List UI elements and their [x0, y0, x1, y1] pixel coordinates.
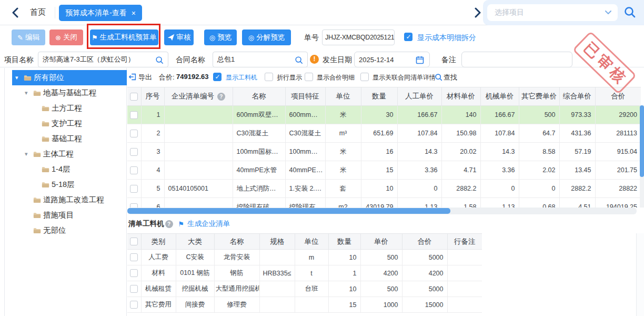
search-icon[interactable] — [295, 56, 303, 64]
table-row[interactable]: 6挖除现有破…挖除现有…m243019.791.131.581.130.684.… — [127, 198, 641, 208]
row-checkbox[interactable] — [130, 148, 138, 156]
row-checkbox[interactable] — [130, 253, 138, 261]
audit-button[interactable]: 审核 — [164, 29, 194, 45]
cell: 651.69 — [361, 124, 397, 143]
cell: 5000 — [402, 281, 447, 297]
calendar-icon[interactable] — [416, 56, 424, 64]
row-checkbox[interactable] — [130, 185, 138, 193]
tree-item[interactable]: ▾1-4层 — [5, 162, 126, 177]
row-checkbox[interactable] — [130, 269, 138, 277]
cell: 64.7 — [519, 124, 559, 143]
tree-item[interactable]: ▾基础工程 — [5, 131, 126, 146]
bottom-panel-title: 清单工料机 — [128, 219, 164, 229]
table-row[interactable]: 505140105001地上式消防…1.安装 2.…套1002882.20028… — [127, 180, 641, 198]
tree-item[interactable]: ▾地基与基础工程 — [5, 85, 126, 101]
select-all-checkbox[interactable] — [130, 93, 138, 101]
select-all-checkbox[interactable] — [130, 238, 138, 245]
vertical-scrollbar-thumb[interactable] — [640, 105, 644, 177]
edit-button[interactable]: ✎编辑 — [12, 29, 45, 45]
tree-item-label: 基础工程 — [52, 134, 82, 144]
date-input[interactable]: 2025-12-14 — [354, 52, 430, 67]
table-row[interactable]: 其它费用间接费修理费15100015000 — [127, 297, 482, 313]
find-label[interactable]: 查找 — [444, 73, 457, 82]
remark-input[interactable] — [461, 52, 572, 67]
cell: 4200 — [402, 265, 447, 281]
remark-label: 备注 — [441, 55, 456, 65]
cell: 0 — [397, 180, 441, 198]
cell: 915.04 — [595, 143, 641, 161]
project-select[interactable]: 选择项目 — [487, 4, 618, 21]
search-icon[interactable] — [623, 6, 636, 18]
show-total-detail-label[interactable]: 显示合价明细 — [317, 73, 355, 82]
row-checkbox[interactable] — [130, 166, 138, 174]
cell: 米 — [325, 143, 361, 161]
folder-icon — [33, 90, 41, 96]
show-cost-split-checkbox[interactable] — [404, 33, 412, 41]
date-label: 发生日期 — [323, 55, 352, 65]
table-row[interactable]: 2C30混凝土C30混凝土m³651.69107.84150.98107.846… — [127, 124, 641, 143]
tree-item[interactable]: ▾无部位 — [5, 223, 126, 238]
generate-enterprise-list-button[interactable]: 生成企业清单 — [187, 219, 230, 229]
show-contract-detail-checkbox[interactable] — [360, 73, 369, 81]
folder-icon — [24, 75, 32, 81]
cell — [259, 297, 295, 313]
order-number-label: 单号 — [304, 33, 319, 43]
caret-down-icon[interactable]: ▾ — [15, 74, 24, 81]
decompose-preview-button[interactable]: ◎分解预览 — [242, 29, 291, 45]
find-icon[interactable] — [435, 73, 442, 81]
cell: C安装 — [176, 250, 214, 265]
show-contract-detail-label[interactable]: 显示关联合同清单详情 — [373, 73, 436, 82]
order-number-input[interactable]: JHJZ-XMCBQD2025121 — [322, 29, 395, 45]
flag-icon: ⚑ — [178, 220, 185, 228]
table-row[interactable]: 材料0101 钢筋钢筋HRB335≤t142004200 — [127, 265, 482, 281]
row-checkbox[interactable] — [130, 130, 138, 137]
show-material-checkbox[interactable] — [213, 73, 222, 81]
caret-down-icon[interactable]: ▾ — [25, 151, 33, 157]
show-material-label[interactable]: 显示工料机 — [226, 73, 257, 82]
show-total-detail-checkbox[interactable] — [305, 73, 313, 81]
row-checkbox[interactable] — [130, 301, 138, 309]
project-name-input[interactable]: 济邹高速7-3工区（庆虹公司） — [38, 52, 168, 67]
column-header: 规格 — [259, 234, 295, 250]
table-row[interactable]: 3100mm国标…100mm…米1614.320.0214.38.5857.19… — [127, 143, 641, 161]
cell: 15000 — [402, 297, 447, 313]
table-row[interactable]: 人工费C安装龙骨安装m105005000 — [127, 250, 482, 265]
tree-item[interactable]: ▾5-18层 — [5, 177, 126, 192]
cell: 5000 — [402, 250, 447, 265]
row-checkbox[interactable] — [130, 203, 138, 208]
contract-name-input[interactable]: 总包1 — [213, 52, 308, 67]
search-icon[interactable] — [155, 56, 164, 64]
row-checkbox[interactable] — [130, 111, 138, 119]
horizontal-scrollbar[interactable] — [127, 208, 637, 214]
preview-button[interactable]: ◎预览 — [204, 29, 237, 45]
caret-down-icon[interactable]: ▾ — [25, 90, 33, 96]
back-icon[interactable] — [12, 7, 19, 18]
horizontal-scrollbar-thumb[interactable] — [127, 208, 450, 214]
tree-item[interactable]: ▾土方工程 — [5, 101, 126, 116]
show-cost-split-label[interactable]: 显示成本明细拆分 — [417, 33, 476, 43]
tab-close-icon[interactable]: × — [132, 9, 136, 17]
material-machine-table: 类别大类名称规格单位数量单价合价行备注人工费C安装龙骨安装m105005000材… — [127, 233, 482, 313]
wrap-line-checkbox[interactable] — [265, 73, 273, 81]
table-row[interactable]: 440mmPE水管40mmPE…米153.364.713.362.0213.45… — [127, 161, 641, 180]
tab-divider — [55, 7, 55, 18]
tab-active[interactable]: 预算成本清单-查看 × — [59, 5, 142, 21]
row-checkbox[interactable] — [130, 285, 138, 293]
table-row[interactable]: 1600mm双壁…600mm…米30166.67140166.67500973.… — [127, 106, 641, 124]
tree-item-label: 土方工程 — [52, 103, 82, 113]
tree-item[interactable]: ▾支护工程 — [5, 116, 126, 131]
tab-home[interactable]: 首页 — [30, 7, 46, 17]
cell: 30 — [361, 106, 397, 124]
cell: 4.51 — [559, 198, 595, 208]
export-icon[interactable] — [128, 73, 137, 81]
close-button[interactable]: ⊗关闭 — [49, 29, 83, 45]
tree-item[interactable]: ▾主体工程 — [5, 146, 126, 162]
forward-icon[interactable] — [474, 7, 481, 18]
tree-item[interactable]: ▾所有部位 — [12, 70, 127, 85]
wrap-line-label[interactable]: 折行显示 — [277, 73, 302, 82]
export-button[interactable]: 导出 — [138, 73, 152, 82]
vertical-scrollbar[interactable] — [640, 105, 644, 208]
tree-item[interactable]: ▾道路施工改造工程 — [5, 192, 126, 208]
table-row[interactable]: 机械租赁挖掘机械大型通用挖掘机台班105005000 — [127, 281, 482, 297]
tree-item[interactable]: ▾措施项目 — [5, 208, 126, 223]
